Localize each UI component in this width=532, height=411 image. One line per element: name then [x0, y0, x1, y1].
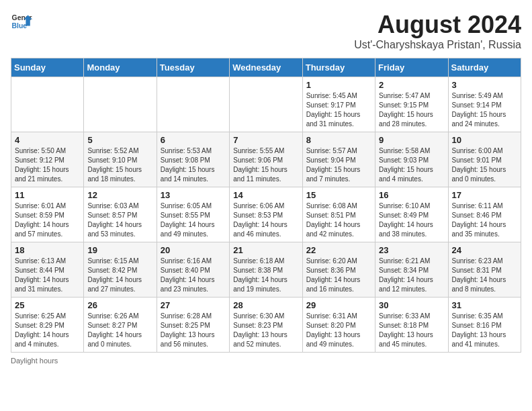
- day-number: 8: [306, 135, 371, 145]
- calendar-cell: 15Sunrise: 6:08 AMSunset: 8:51 PMDayligh…: [302, 187, 375, 242]
- calendar-cell: 27Sunrise: 6:28 AMSunset: 8:25 PMDayligh…: [157, 298, 229, 353]
- calendar-cell: 7Sunrise: 5:55 AMSunset: 9:06 PMDaylight…: [230, 132, 302, 187]
- calendar-table: SundayMondayTuesdayWednesdayThursdayFrid…: [11, 58, 521, 353]
- day-number: 2: [379, 80, 444, 90]
- calendar-cell: 28Sunrise: 6:30 AMSunset: 8:23 PMDayligh…: [230, 298, 302, 353]
- calendar-cell: 12Sunrise: 6:03 AMSunset: 8:57 PMDayligh…: [84, 187, 157, 242]
- calendar-cell: 16Sunrise: 6:10 AMSunset: 8:49 PMDayligh…: [375, 187, 448, 242]
- day-info: Sunrise: 6:16 AMSunset: 8:40 PMDaylight:…: [161, 257, 226, 294]
- day-info: Sunrise: 5:45 AMSunset: 9:17 PMDaylight:…: [306, 91, 371, 129]
- day-number: 17: [452, 190, 517, 200]
- day-number: 20: [161, 245, 226, 255]
- calendar-week-row: 25Sunrise: 6:25 AMSunset: 8:29 PMDayligh…: [11, 298, 521, 353]
- calendar-week-row: 18Sunrise: 6:13 AMSunset: 8:44 PMDayligh…: [11, 242, 521, 298]
- day-info: Sunrise: 6:03 AMSunset: 8:57 PMDaylight:…: [87, 201, 152, 239]
- day-number: 10: [452, 135, 517, 145]
- calendar-cell: 26Sunrise: 6:26 AMSunset: 8:27 PMDayligh…: [84, 298, 157, 353]
- calendar-cell: 6Sunrise: 5:53 AMSunset: 9:08 PMDaylight…: [157, 132, 229, 187]
- day-info: Sunrise: 6:25 AMSunset: 8:29 PMDaylight:…: [15, 312, 80, 349]
- calendar-cell: 23Sunrise: 6:21 AMSunset: 8:34 PMDayligh…: [375, 242, 448, 298]
- calendar-cell: 17Sunrise: 6:11 AMSunset: 8:46 PMDayligh…: [448, 187, 521, 242]
- day-number: 9: [379, 135, 444, 145]
- day-info: Sunrise: 5:53 AMSunset: 9:08 PMDaylight:…: [161, 146, 226, 184]
- day-number: 19: [87, 245, 152, 255]
- calendar-cell: 10Sunrise: 6:00 AMSunset: 9:01 PMDayligh…: [448, 132, 521, 187]
- day-number: 5: [87, 135, 152, 145]
- day-number: 31: [452, 300, 517, 310]
- page-header: General Blue August 2024 Ust'-Charyshska…: [11, 11, 521, 51]
- calendar-cell: [11, 77, 84, 132]
- day-info: Sunrise: 6:35 AMSunset: 8:16 PMDaylight:…: [452, 312, 517, 349]
- calendar-cell: 21Sunrise: 6:18 AMSunset: 8:38 PMDayligh…: [230, 242, 302, 298]
- calendar-cell: 13Sunrise: 6:05 AMSunset: 8:55 PMDayligh…: [157, 187, 229, 242]
- calendar-cell: 4Sunrise: 5:50 AMSunset: 9:12 PMDaylight…: [11, 132, 84, 187]
- calendar-cell: 1Sunrise: 5:45 AMSunset: 9:17 PMDaylight…: [302, 77, 375, 132]
- day-number: 3: [452, 80, 517, 90]
- calendar-col-header: Friday: [375, 58, 448, 77]
- subtitle: Ust'-Charyshskaya Pristan', Russia: [354, 39, 521, 51]
- calendar-cell: 2Sunrise: 5:47 AMSunset: 9:15 PMDaylight…: [375, 77, 448, 132]
- calendar-col-header: Wednesday: [230, 58, 302, 77]
- main-title: August 2024: [354, 11, 521, 39]
- day-info: Sunrise: 6:15 AMSunset: 8:42 PMDaylight:…: [87, 257, 152, 294]
- calendar-week-row: 4Sunrise: 5:50 AMSunset: 9:12 PMDaylight…: [11, 132, 521, 187]
- day-info: Sunrise: 5:55 AMSunset: 9:06 PMDaylight:…: [233, 146, 298, 184]
- day-info: Sunrise: 5:47 AMSunset: 9:15 PMDaylight:…: [379, 91, 444, 129]
- day-number: 4: [15, 135, 80, 145]
- day-info: Sunrise: 6:06 AMSunset: 8:53 PMDaylight:…: [233, 201, 298, 239]
- calendar-cell: [230, 77, 302, 132]
- day-number: 18: [15, 245, 80, 255]
- calendar-cell: 29Sunrise: 6:31 AMSunset: 8:20 PMDayligh…: [302, 298, 375, 353]
- calendar-cell: [84, 77, 157, 132]
- day-info: Sunrise: 6:00 AMSunset: 9:01 PMDaylight:…: [452, 146, 517, 184]
- calendar-cell: 25Sunrise: 6:25 AMSunset: 8:29 PMDayligh…: [11, 298, 84, 353]
- day-number: 7: [233, 135, 298, 145]
- calendar-col-header: Tuesday: [157, 58, 229, 77]
- calendar-cell: 22Sunrise: 6:20 AMSunset: 8:36 PMDayligh…: [302, 242, 375, 298]
- day-info: Sunrise: 6:13 AMSunset: 8:44 PMDaylight:…: [15, 257, 80, 294]
- day-number: 14: [233, 190, 298, 200]
- day-info: Sunrise: 5:50 AMSunset: 9:12 PMDaylight:…: [15, 146, 80, 184]
- day-info: Sunrise: 5:52 AMSunset: 9:10 PMDaylight:…: [87, 146, 152, 184]
- day-info: Sunrise: 6:31 AMSunset: 8:20 PMDaylight:…: [306, 312, 371, 349]
- title-area: August 2024 Ust'-Charyshskaya Pristan', …: [354, 11, 521, 51]
- day-number: 30: [379, 300, 444, 310]
- day-info: Sunrise: 6:18 AMSunset: 8:38 PMDaylight:…: [233, 257, 298, 294]
- day-info: Sunrise: 6:33 AMSunset: 8:18 PMDaylight:…: [379, 312, 444, 349]
- day-number: 13: [161, 190, 226, 200]
- calendar-header-row: SundayMondayTuesdayWednesdayThursdayFrid…: [11, 58, 521, 77]
- day-number: 11: [15, 190, 80, 200]
- day-info: Sunrise: 6:21 AMSunset: 8:34 PMDaylight:…: [379, 257, 444, 294]
- calendar-cell: 24Sunrise: 6:23 AMSunset: 8:31 PMDayligh…: [448, 242, 521, 298]
- calendar-cell: 5Sunrise: 5:52 AMSunset: 9:10 PMDaylight…: [84, 132, 157, 187]
- calendar-col-header: Saturday: [448, 58, 521, 77]
- calendar-cell: 9Sunrise: 5:58 AMSunset: 9:03 PMDaylight…: [375, 132, 448, 187]
- logo: General Blue: [11, 11, 32, 32]
- day-number: 25: [15, 300, 80, 310]
- day-number: 1: [306, 80, 371, 90]
- calendar-col-header: Thursday: [302, 58, 375, 77]
- day-number: 6: [161, 135, 226, 145]
- day-number: 23: [379, 245, 444, 255]
- day-info: Sunrise: 5:58 AMSunset: 9:03 PMDaylight:…: [379, 146, 444, 184]
- calendar-col-header: Sunday: [11, 58, 84, 77]
- day-number: 27: [161, 300, 226, 310]
- day-info: Sunrise: 6:11 AMSunset: 8:46 PMDaylight:…: [452, 201, 517, 239]
- day-number: 29: [306, 300, 371, 310]
- calendar-cell: 11Sunrise: 6:01 AMSunset: 8:59 PMDayligh…: [11, 187, 84, 242]
- day-info: Sunrise: 6:01 AMSunset: 8:59 PMDaylight:…: [15, 201, 80, 239]
- day-number: 15: [306, 190, 371, 200]
- calendar-cell: 19Sunrise: 6:15 AMSunset: 8:42 PMDayligh…: [84, 242, 157, 298]
- day-number: 28: [233, 300, 298, 310]
- day-info: Sunrise: 6:26 AMSunset: 8:27 PMDaylight:…: [87, 312, 152, 349]
- calendar-cell: 3Sunrise: 5:49 AMSunset: 9:14 PMDaylight…: [448, 77, 521, 132]
- day-number: 24: [452, 245, 517, 255]
- day-number: 21: [233, 245, 298, 255]
- day-number: 16: [379, 190, 444, 200]
- day-info: Sunrise: 6:05 AMSunset: 8:55 PMDaylight:…: [161, 201, 226, 239]
- calendar-cell: 14Sunrise: 6:06 AMSunset: 8:53 PMDayligh…: [230, 187, 302, 242]
- calendar-cell: 18Sunrise: 6:13 AMSunset: 8:44 PMDayligh…: [11, 242, 84, 298]
- logo-icon: General Blue: [11, 11, 32, 32]
- day-info: Sunrise: 6:23 AMSunset: 8:31 PMDaylight:…: [452, 257, 517, 294]
- day-number: 12: [87, 190, 152, 200]
